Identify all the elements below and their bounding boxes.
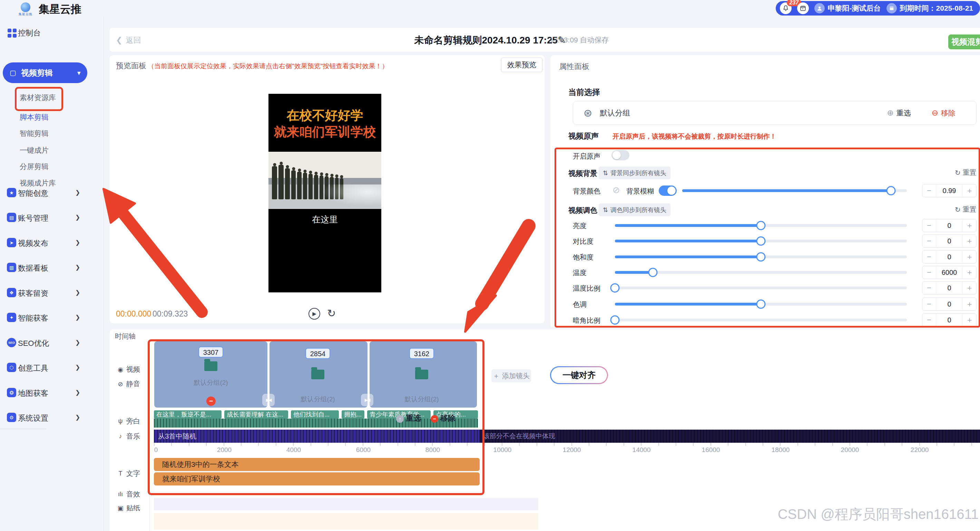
plus-button[interactable]: ＋: [963, 282, 976, 294]
bg-blur-toggle[interactable]: [659, 185, 677, 196]
slider-thumb[interactable]: [756, 252, 766, 262]
plus-button[interactable]: ＋: [963, 235, 976, 247]
clip-duration-badge[interactable]: 3307: [199, 347, 223, 358]
temperature-value[interactable]: 6000: [936, 266, 963, 279]
contrast-slider[interactable]: [615, 239, 907, 243]
minus-button[interactable]: −: [923, 282, 936, 294]
color-reset-button[interactable]: ↻ 重置: [955, 205, 977, 214]
slider-thumb[interactable]: [648, 268, 657, 277]
vignette-slider[interactable]: [615, 319, 907, 321]
sidebar-item-one-click-film[interactable]: 一键成片: [20, 146, 49, 155]
hue-value[interactable]: 0: [936, 298, 963, 310]
plus-button[interactable]: ＋: [963, 184, 976, 197]
reset-icon: ↻: [955, 169, 961, 177]
temperature-ratio-value[interactable]: 0: [936, 282, 963, 294]
plus-button[interactable]: ＋: [963, 314, 976, 326]
plus-button[interactable]: ＋: [963, 250, 976, 263]
add-shot-button[interactable]: ＋ 添加镜头: [492, 369, 531, 382]
sidebar-item-smart-acquisition[interactable]: ✦ 智能获客 ❯: [0, 311, 103, 325]
text-clip-1[interactable]: 随机使用3中的一条文本: [154, 458, 480, 471]
text-t-icon: T: [117, 470, 124, 477]
brightness-slider[interactable]: [615, 224, 907, 227]
sidebar-item-system-settings[interactable]: ⚙ 系统设置 ❯: [0, 411, 103, 425]
sidebar-item-video-edit[interactable]: ▢ 视频剪辑 ▾: [3, 62, 87, 83]
loop-button[interactable]: ↻: [327, 307, 336, 319]
saturation-value[interactable]: 0: [936, 250, 963, 263]
voice-reselect-button[interactable]: ↑重选: [396, 413, 421, 423]
voice-segment[interactable]: 在这里，叛逆不是...: [154, 411, 221, 418]
enable-original-toggle[interactable]: [611, 150, 629, 160]
reselect-button[interactable]: ⊕ 重选: [887, 108, 911, 118]
sticker-track-empty[interactable]: [154, 513, 538, 529]
sidebar-item-seo[interactable]: SEO SEO优化 ❯: [0, 336, 103, 350]
video-mix-button[interactable]: 视频混剪: [948, 35, 980, 49]
plus-button[interactable]: ＋: [963, 219, 976, 232]
bg-blur-value[interactable]: 0.99: [936, 184, 963, 197]
temperature-slider[interactable]: [615, 271, 907, 274]
vignette-value[interactable]: 0: [936, 314, 963, 326]
minus-button[interactable]: −: [923, 235, 936, 247]
sfx-track-empty[interactable]: [154, 498, 538, 510]
no-color-icon[interactable]: ⊘: [612, 185, 620, 195]
slider-thumb[interactable]: [886, 186, 896, 195]
temperature-ratio-slider[interactable]: [615, 287, 907, 289]
bg-reset-button[interactable]: ↻ 重置: [955, 168, 977, 177]
clip-duration-badge[interactable]: 3162: [409, 348, 434, 359]
clip-remove-button[interactable]: −: [206, 396, 216, 406]
contrast-value[interactable]: 0: [936, 235, 963, 247]
voice-segment[interactable]: 拥抱...: [342, 411, 364, 418]
minus-button[interactable]: −: [923, 314, 936, 326]
hue-slider[interactable]: [615, 303, 907, 306]
slider-thumb[interactable]: [756, 221, 766, 230]
slider-thumb[interactable]: [611, 315, 620, 325]
brightness-value[interactable]: 0: [936, 219, 963, 232]
minus-button[interactable]: −: [923, 298, 936, 310]
saturation-slider[interactable]: [615, 255, 907, 258]
sidebar-item-lead-capture[interactable]: ❖ 获客留资 ❯: [0, 287, 103, 300]
voice-hover-actions: ↑重选 −移除: [396, 413, 455, 423]
sidebar-item-smart-creative[interactable]: ★ 智能创意 ❯: [0, 187, 103, 200]
sidebar-item-material-library[interactable]: 素材资源库: [20, 93, 56, 102]
sidebar-item-creative-tools[interactable]: ⬡ 创意工具 ❯: [0, 361, 103, 375]
effect-preview-button[interactable]: 效果预览: [501, 57, 542, 72]
plus-button[interactable]: ＋: [963, 298, 976, 310]
play-button[interactable]: ▶: [309, 308, 320, 320]
user-account[interactable]: 申黎阳-测试后台: [815, 3, 881, 13]
slider-thumb[interactable]: [756, 300, 766, 309]
track-label-text: T文字: [117, 469, 140, 478]
sidebar-item-script-edit[interactable]: 脚本剪辑: [20, 113, 49, 122]
bg-sync-button[interactable]: ⇅ 背景同步到所有镜头: [599, 166, 670, 179]
plus-button[interactable]: ＋: [963, 266, 976, 279]
video-preview[interactable]: 在校不好好学 就来咱们军训学校 在这里: [269, 94, 381, 292]
minus-button[interactable]: −: [923, 266, 936, 279]
color-sync-button[interactable]: ⇅ 调色同步到所有镜头: [599, 203, 670, 216]
transition-icon[interactable]: ▶◀: [262, 394, 275, 406]
music-clip[interactable]: 从3首中随机: [154, 430, 480, 443]
text-clip-2[interactable]: 就来咱们军训学校: [154, 472, 480, 485]
voice-remove-button[interactable]: −移除: [431, 413, 455, 423]
up-arrow-icon: ↑: [396, 415, 404, 423]
slider-row-hue: 色调 −0＋: [568, 297, 977, 311]
transition-icon[interactable]: ▶◀: [361, 394, 373, 406]
chevron-right-icon: ❯: [75, 239, 80, 246]
one-click-align-button[interactable]: 一键对齐: [550, 366, 608, 384]
sidebar-item-video-publish[interactable]: ➤ 视频发布 ❯: [0, 236, 103, 250]
sidebar-item-map-acquisition[interactable]: ❂ 地图获客 ❯: [0, 387, 103, 400]
schedule-button[interactable]: [797, 2, 809, 14]
sidebar-item-account-management[interactable]: ▤ 账号管理 ❯: [0, 211, 103, 225]
minus-button[interactable]: −: [923, 184, 936, 197]
remove-button[interactable]: ⊖ 移除: [932, 108, 956, 118]
sidebar-item-data-dashboard[interactable]: ▥ 数据看板 ❯: [0, 262, 103, 275]
minus-button[interactable]: −: [923, 219, 936, 232]
minus-button[interactable]: −: [923, 250, 936, 263]
voice-segment[interactable]: 成长需要理解 在这...: [224, 411, 288, 418]
slider-thumb[interactable]: [611, 284, 620, 293]
slider-thumb[interactable]: [756, 236, 766, 246]
sidebar-item-split-screen-edit[interactable]: 分屏剪辑: [20, 162, 49, 171]
voice-segment[interactable]: 他们找到自...: [291, 411, 339, 418]
notification-button[interactable]: 237: [780, 2, 792, 14]
bg-blur-slider[interactable]: [682, 189, 907, 192]
track-label-mute[interactable]: ⊘静音: [117, 379, 140, 388]
sidebar-item-smart-edit[interactable]: 智能剪辑: [20, 128, 49, 138]
clip-duration-badge[interactable]: 2854: [305, 348, 330, 359]
